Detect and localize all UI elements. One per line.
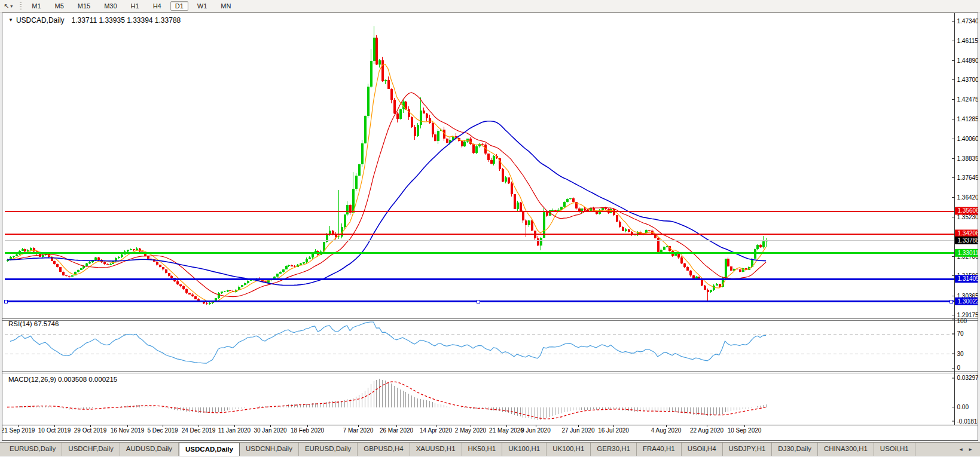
tab-usdcad-daily[interactable]: USDCAD,Daily: [179, 443, 240, 456]
tab-usdchf-daily[interactable]: USDCHF,Daily: [62, 443, 120, 456]
candle-body: [191, 295, 194, 296]
chart-tool-dropdown-icon[interactable]: ▾: [10, 4, 13, 9]
candle-body: [704, 286, 706, 290]
tab-audusd-daily[interactable]: AUDUSD,Daily: [120, 443, 179, 456]
candle-body: [520, 203, 522, 211]
candle-body: [168, 273, 170, 276]
candle-body: [622, 227, 624, 231]
chart-canvas[interactable]: 1.473401.461151.448901.437001.424751.412…: [2, 13, 978, 440]
candle-body: [358, 164, 361, 176]
price-tag-label: 1.30022: [958, 298, 978, 305]
candle-body: [396, 114, 399, 119]
tab-uk100-h1[interactable]: UK100,H1: [547, 443, 591, 456]
candle-body: [206, 303, 208, 304]
candle-body: [505, 177, 507, 181]
timeframe-button-m1[interactable]: M1: [27, 1, 45, 11]
rsi-tick-label: 0: [957, 364, 961, 371]
tab-fra40-h1[interactable]: FRA40,H1: [637, 443, 682, 456]
candle-body: [182, 286, 185, 289]
hline-handle[interactable]: [477, 300, 480, 303]
candle-body: [344, 214, 346, 227]
date-label: 16 Jul 2020: [598, 427, 629, 434]
candle-body: [393, 100, 396, 114]
timeframe-button-mn[interactable]: MN: [216, 1, 236, 11]
date-label: 18 Feb 2020: [291, 427, 325, 434]
candle-body: [616, 215, 618, 222]
chart-title: ▼USDCAD,Daily1.33711 1.33935 1.33394 1.3…: [8, 16, 181, 24]
price-tick-label: 1.44890: [957, 57, 978, 64]
candle-body: [739, 269, 741, 272]
tab-gbpusd-h4[interactable]: GBPUSD,H4: [358, 443, 410, 456]
moving-averages-layer: [7, 64, 766, 302]
candle-body: [517, 203, 519, 209]
date-label: 22 Aug 2020: [690, 427, 724, 434]
axes-layer: 1.473401.461151.448901.437001.424751.412…: [2, 13, 978, 434]
tab-china300-h1[interactable]: CHINA300,H1: [818, 443, 874, 456]
candle-body: [563, 202, 566, 207]
candle-body: [59, 267, 62, 271]
candle-body: [77, 270, 80, 272]
candle-body: [62, 272, 65, 275]
candle-body: [475, 146, 478, 153]
timeframe-button-w1[interactable]: W1: [193, 1, 212, 11]
timeframe-button-m15[interactable]: M15: [73, 1, 95, 11]
tab-eurusd-daily[interactable]: EURUSD,Daily: [299, 443, 358, 456]
chart-tab-bar: EURUSD,DailyUSDCHF,DailyAUDUSD,DailyUSDC…: [0, 442, 980, 456]
hline-handle[interactable]: [950, 300, 953, 303]
candle-body: [490, 160, 493, 164]
timeframe-button-m30[interactable]: M30: [99, 1, 121, 11]
candle-body: [115, 258, 117, 260]
price-tick-label: 1.38835: [957, 155, 978, 162]
tab-xauusd-h1[interactable]: XAUUSD,H1: [410, 443, 462, 456]
candle-body: [692, 275, 695, 279]
candle-body: [279, 272, 282, 274]
tab-eurusd-daily[interactable]: EURUSD,Daily: [4, 443, 62, 456]
ma-line-45: [7, 121, 766, 286]
candle-body: [689, 271, 692, 275]
chart-cursor-icon[interactable]: ↖: [4, 2, 9, 10]
price-tick-label: 1.41285: [957, 116, 978, 122]
timeframe-button-m5[interactable]: M5: [50, 1, 69, 11]
tab-usdcnh-daily[interactable]: USDCNH,Daily: [240, 443, 299, 456]
candle-body: [127, 250, 129, 251]
chart-window[interactable]: 1.473401.461151.448901.437001.424751.412…: [2, 13, 978, 441]
tab-scroll-right-icon[interactable]: ►: [966, 446, 975, 453]
tab-uk100-h1[interactable]: UK100,H1: [502, 443, 547, 456]
candle-body: [106, 264, 109, 265]
tab-scroll-left-icon[interactable]: ◄: [956, 446, 966, 453]
date-label: 14 Apr 2020: [420, 427, 452, 434]
candle-body: [65, 275, 68, 276]
rsi-tick-label: 100: [957, 318, 967, 324]
date-label: 4 Aug 2020: [651, 427, 682, 434]
timeframe-button-h1[interactable]: H1: [126, 1, 144, 11]
candle-body: [514, 194, 516, 208]
tab-dj30-daily[interactable]: DJ30,Daily: [772, 443, 818, 456]
tab-usoil-h4[interactable]: USOil,H4: [682, 443, 723, 456]
candle-body: [229, 290, 231, 291]
candle-body: [335, 235, 337, 237]
candle-body: [657, 238, 660, 253]
candle-body: [224, 292, 226, 292]
candle-body: [660, 250, 663, 252]
tab-usdjpy-h1[interactable]: USDJPY,H1: [723, 443, 773, 456]
timeframe-button-d1[interactable]: D1: [170, 1, 188, 11]
candle-body: [375, 38, 378, 65]
candle-body: [560, 207, 563, 210]
candle-body: [367, 87, 370, 115]
macd-tick-label: 0.032972: [957, 375, 978, 381]
candle-body: [502, 169, 504, 182]
chart-menu-caret-icon[interactable]: ▼: [8, 17, 13, 23]
tab-hk50-h1[interactable]: HK50,H1: [462, 443, 503, 456]
hline-handle[interactable]: [5, 300, 8, 303]
chart-symbol-label: USDCAD,Daily: [16, 16, 65, 24]
timeframe-button-h4[interactable]: H4: [148, 1, 166, 11]
candle-body: [42, 255, 44, 257]
candle-body: [136, 249, 138, 250]
date-label: 30 Jan 2020: [254, 427, 286, 434]
price-tag-label: 1.33011: [958, 250, 978, 256]
candle-body: [194, 296, 197, 299]
candle-body: [493, 156, 495, 164]
toolbar-grip-handle[interactable]: [20, 2, 22, 10]
tab-ger30-h1[interactable]: GER30,H1: [591, 443, 637, 456]
tab-usoil-h1[interactable]: USOil,H1: [874, 443, 915, 456]
